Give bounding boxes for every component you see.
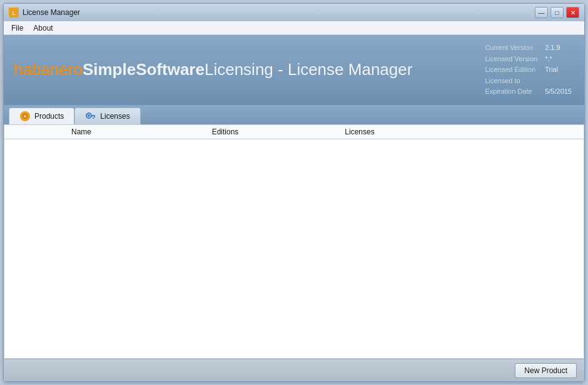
licensed-version-value: *.* <box>542 54 574 65</box>
licensed-edition-label: Licensed Edition <box>482 64 542 76</box>
brand-sep: - License Manager <box>273 60 413 79</box>
title-bar-left: L License Manager <box>9 8 80 18</box>
license-info-panel: Current Version 2.1.9 Licensed Version *… <box>482 42 574 98</box>
svg-rect-4 <box>24 112 26 114</box>
tab-products[interactable]: Products <box>9 108 74 124</box>
close-button[interactable]: ✕ <box>566 7 579 18</box>
svg-rect-11 <box>91 115 95 116</box>
content-area: Name Editions Licenses <box>4 124 584 359</box>
svg-text:L: L <box>12 10 15 16</box>
licensed-version-label: Licensed Version <box>482 54 542 65</box>
svg-rect-12 <box>94 116 95 118</box>
brand-licensing: Licensing <box>205 60 273 79</box>
current-version-value: 2.1.9 <box>542 42 574 54</box>
menu-about[interactable]: About <box>28 22 58 34</box>
svg-point-10 <box>88 114 90 117</box>
expiration-date-value: 5/5/2015 <box>542 86 574 98</box>
new-product-button[interactable]: New Product <box>515 363 577 378</box>
window-title: License Manager <box>23 8 80 17</box>
current-version-label: Current Version <box>482 42 542 54</box>
bottom-bar: New Product <box>4 359 584 381</box>
col-header-licenses: Licenses <box>297 128 422 136</box>
table-body <box>4 139 584 358</box>
title-bar: L License Manager — □ ✕ <box>4 4 584 21</box>
tab-licenses[interactable]: Licenses <box>74 108 140 124</box>
app-header: habaneroSimpleSoftwareLicensing - Licens… <box>4 35 584 105</box>
svg-rect-7 <box>28 115 29 118</box>
main-window: L License Manager — □ ✕ File About haban… <box>3 3 585 382</box>
brand-software: Software <box>136 60 205 79</box>
minimize-button[interactable]: — <box>535 7 548 18</box>
licensed-to-value <box>542 76 574 87</box>
products-tab-icon <box>19 111 31 122</box>
brand-habanero: habanero <box>14 60 83 79</box>
svg-rect-5 <box>24 119 26 121</box>
svg-rect-6 <box>21 115 23 118</box>
app-title: habaneroSimpleSoftwareLicensing - Licens… <box>14 60 412 79</box>
tabs-bar: Products Licenses <box>4 105 584 124</box>
licensed-edition-value: Trial <box>542 64 574 76</box>
svg-rect-13 <box>93 118 94 119</box>
title-controls: — □ ✕ <box>535 7 579 18</box>
brand-simple: Simple <box>83 60 136 79</box>
expiration-date-label: Expiration Date <box>482 86 542 98</box>
tab-products-label: Products <box>34 112 64 121</box>
menu-file[interactable]: File <box>6 22 28 34</box>
app-icon: L <box>9 8 19 18</box>
svg-point-8 <box>24 114 27 118</box>
maximize-button[interactable]: □ <box>550 7 564 18</box>
col-header-name: Name <box>9 128 153 136</box>
table-header: Name Editions Licenses <box>4 125 584 139</box>
licenses-tab-icon <box>85 111 96 122</box>
tab-licenses-label: Licenses <box>100 112 129 121</box>
col-header-editions: Editions <box>153 128 297 136</box>
menu-bar: File About <box>4 21 584 35</box>
licensed-to-label: Licensed to <box>482 76 542 87</box>
